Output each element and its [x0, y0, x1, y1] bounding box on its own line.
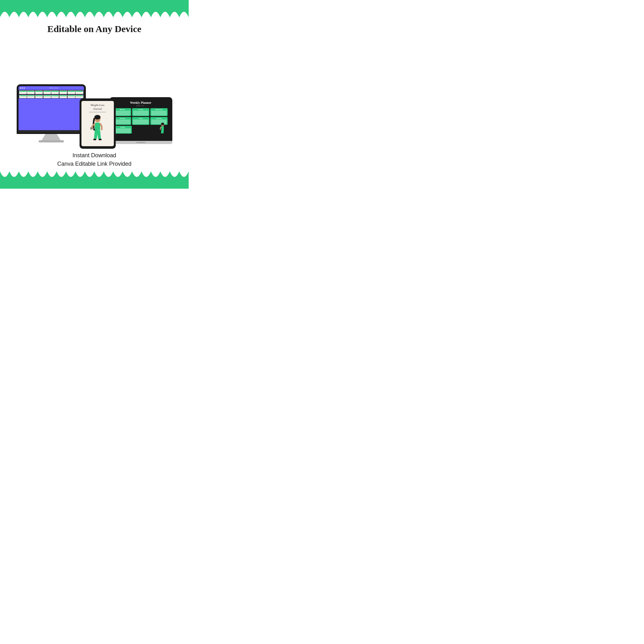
- svg-point-6: [98, 139, 102, 140]
- svg-rect-9: [93, 127, 94, 130]
- bottom-text-line2: Canva Editable Link Provided: [57, 160, 131, 168]
- wp-top-row: Monday Tuesday Wednesday: [114, 108, 168, 116]
- wp-bottom-row: Sunday: [114, 126, 168, 134]
- wp-figure-illustration: [158, 123, 167, 135]
- doc-thumb-16: [75, 95, 83, 98]
- wp-sunday: Sunday: [114, 126, 132, 134]
- wp-tuesday: Tuesday: [132, 108, 149, 116]
- laptop-body: Weekly Planner WEEK OF: Monday T: [109, 97, 172, 144]
- doc-thumb-6: [59, 91, 67, 94]
- wp-saturday-label: Saturday: [151, 118, 167, 119]
- wp-thursday-body: [115, 119, 130, 124]
- wp-tuesday-label: Tuesday: [133, 109, 148, 110]
- doc-thumb-1: [19, 91, 27, 94]
- laptop-device: Weekly Planner WEEK OF: Monday T: [109, 97, 172, 144]
- weekly-planner-title: Weekly Planner: [130, 101, 151, 104]
- doc-thumb-15: [68, 95, 75, 98]
- wp-friday-body: [133, 119, 148, 124]
- monitor-chin: [19, 130, 84, 133]
- week-of-label: WEEK OF:: [136, 105, 145, 107]
- doc-thumb-10: [27, 95, 35, 98]
- journal-title: Weight-LossJournal: [91, 103, 104, 111]
- svg-point-5: [93, 139, 96, 140]
- bottom-text-section: Instant Download Canva Editable Link Pro…: [57, 151, 131, 168]
- toolbar-dot-1: [20, 87, 21, 89]
- svg-rect-8: [90, 127, 91, 130]
- wp-thursday: Thursday: [114, 117, 131, 125]
- monitor-stand: [42, 134, 61, 140]
- journal-figure: [83, 114, 112, 145]
- svg-rect-4: [95, 123, 100, 130]
- svg-rect-0: [0, 0, 189, 17]
- screen-thumbnails-top: [19, 90, 84, 95]
- wp-monday: Monday: [114, 108, 131, 116]
- outer-container: Editable on Any Device Weight Loss Journ…: [0, 0, 189, 189]
- doc-thumb-4: [43, 91, 51, 94]
- doc-thumb-3: [35, 91, 43, 94]
- devices-row: Weight Loss Journal: [6, 41, 182, 149]
- wp-friday: Friday: [132, 117, 149, 125]
- laptop-screen: Weekly Planner WEEK OF: Monday T: [111, 99, 170, 140]
- wp-wednesday-label: Wednesday: [151, 109, 167, 110]
- toolbar-title-text: Weight Loss Journal: [25, 87, 83, 89]
- screen-thumbnails-bottom: [19, 95, 84, 98]
- wp-monday-label: Monday: [115, 109, 130, 110]
- laptop-base: [109, 141, 172, 144]
- monitor-body: Weight Loss Journal: [17, 84, 86, 134]
- doc-thumb-9: [19, 95, 27, 98]
- monitor-base: [39, 140, 64, 142]
- laptop-notch: [136, 142, 146, 143]
- doc-thumb-2: [27, 91, 35, 94]
- svg-point-11: [161, 123, 164, 125]
- doc-thumb-7: [68, 91, 75, 94]
- tablet-body: Weight-LossJournal: [80, 98, 116, 149]
- wp-thursday-label: Thursday: [115, 118, 130, 119]
- tablet-screen: Weight-LossJournal: [81, 101, 114, 146]
- journal-divider: [89, 112, 106, 112]
- wp-tuesday-body: [133, 111, 148, 115]
- svg-point-3: [94, 115, 101, 120]
- scallop-bottom-border: [0, 171, 189, 189]
- screen-toolbar: Weight Loss Journal: [19, 86, 84, 90]
- doc-thumb-14: [59, 95, 67, 98]
- scallop-top-border: [0, 0, 189, 17]
- desktop-monitor: Weight Loss Journal: [17, 84, 86, 142]
- main-content: Editable on Any Device Weight Loss Journ…: [0, 17, 189, 171]
- page-title: Editable on Any Device: [47, 24, 141, 34]
- weekly-planner-content: Weekly Planner WEEK OF: Monday T: [111, 99, 170, 140]
- doc-thumb-13: [51, 95, 59, 98]
- doc-thumb-5: [51, 91, 59, 94]
- wp-friday-label: Friday: [133, 118, 148, 119]
- monitor-screen: Weight Loss Journal: [19, 86, 84, 130]
- toolbar-dot-2: [22, 87, 23, 89]
- wp-wednesday: Wednesday: [150, 108, 168, 116]
- wp-sunday-body: [115, 128, 131, 133]
- wp-monday-body: [115, 111, 130, 115]
- laptop-screen-outer: Weekly Planner WEEK OF: Monday T: [109, 97, 172, 141]
- wp-sunday-label: Sunday: [115, 126, 131, 128]
- doc-thumb-12: [43, 95, 51, 98]
- doc-thumb-8: [75, 91, 83, 94]
- svg-rect-7: [91, 128, 94, 129]
- svg-rect-1: [0, 171, 189, 189]
- tablet-device: Weight-LossJournal: [80, 98, 116, 149]
- toolbar-dot-3: [24, 87, 25, 89]
- doc-thumb-11: [35, 95, 43, 98]
- bottom-text-line1: Instant Download: [57, 151, 131, 160]
- wp-wednesday-body: [151, 111, 167, 115]
